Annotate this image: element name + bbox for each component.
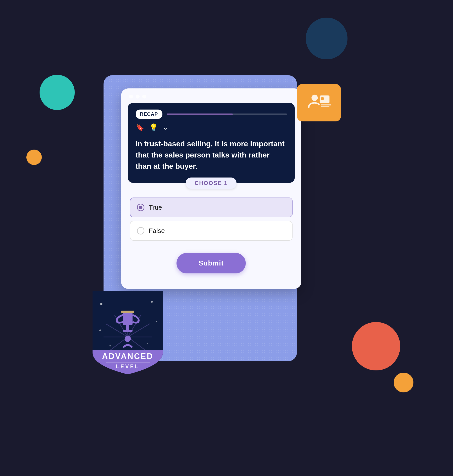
svg-rect-20	[121, 310, 134, 313]
bookmark-icon[interactable]: 🔖	[136, 123, 144, 131]
orange-bottom-circle	[394, 373, 413, 392]
svg-point-6	[151, 301, 153, 303]
option-false-label: False	[149, 227, 165, 234]
option-false[interactable]: False	[130, 221, 293, 241]
svg-rect-22	[126, 325, 129, 330]
red-circle	[352, 322, 400, 370]
radio-inner-true	[139, 206, 142, 209]
svg-point-9	[147, 343, 148, 344]
option-true-label: True	[149, 204, 162, 211]
svg-rect-21	[123, 313, 133, 325]
svg-point-0	[311, 94, 318, 101]
option-true[interactable]: True	[130, 197, 293, 217]
progress-bar-fill	[167, 114, 233, 115]
scene-container: RECAP 🔖 💡 ⌄ In trust-based selling, it i…	[95, 62, 359, 414]
radio-false	[137, 227, 144, 234]
dark-blue-circle	[306, 18, 347, 59]
dot-3	[142, 94, 146, 99]
submit-wrapper: Submit	[121, 249, 301, 276]
svg-point-2	[321, 97, 324, 100]
users-icon	[307, 94, 331, 112]
orange-small-circle	[26, 150, 42, 165]
svg-point-8	[99, 330, 101, 331]
options-section: True False	[121, 189, 301, 249]
svg-point-7	[156, 321, 157, 322]
svg-text:ADVANCED: ADVANCED	[102, 352, 153, 361]
radio-true	[137, 204, 144, 211]
svg-point-10	[109, 345, 111, 346]
svg-point-24	[125, 336, 131, 342]
svg-point-5	[100, 303, 102, 305]
recap-pill: RECAP	[136, 109, 163, 119]
quiz-card: RECAP 🔖 💡 ⌄ In trust-based selling, it i…	[121, 88, 301, 289]
dot-1	[129, 94, 133, 99]
dot-2	[136, 94, 140, 99]
choose-pill: CHOOSE 1	[186, 178, 236, 189]
svg-text:LEVEL: LEVEL	[116, 363, 139, 369]
svg-rect-4	[321, 107, 329, 107]
progress-bar-background	[167, 114, 287, 115]
svg-rect-3	[321, 104, 331, 105]
teal-circle	[40, 75, 75, 110]
users-badge-widget	[297, 84, 341, 122]
choose-label-wrapper: CHOOSE 1	[121, 178, 301, 189]
lightbulb-icon[interactable]: 💡	[149, 123, 158, 131]
question-text: In trust-based selling, it is more impor…	[136, 138, 287, 172]
window-dots	[121, 88, 301, 103]
recap-bar: RECAP	[136, 109, 287, 119]
svg-rect-23	[123, 330, 133, 332]
question-card: RECAP 🔖 💡 ⌄ In trust-based selling, it i…	[128, 103, 295, 183]
chevron-down-icon[interactable]: ⌄	[163, 124, 168, 131]
advanced-badge: ADVANCED LEVEL	[88, 286, 167, 379]
question-icons: 🔖 💡 ⌄	[136, 123, 287, 131]
submit-button[interactable]: Submit	[177, 253, 246, 274]
